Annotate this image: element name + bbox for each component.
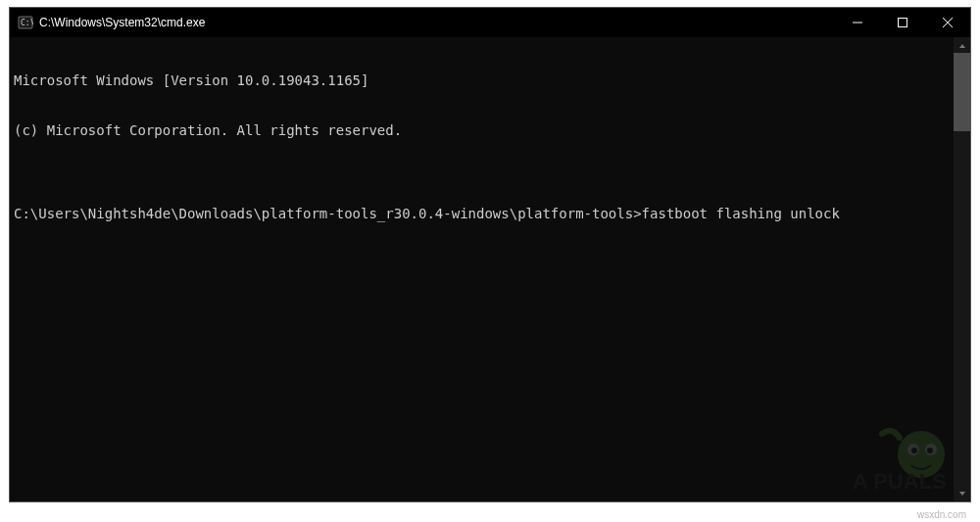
svg-rect-2 xyxy=(899,19,907,27)
source-note: wsxdn.com xyxy=(917,509,966,520)
minimize-button[interactable] xyxy=(835,8,880,37)
svg-text:C:\: C:\ xyxy=(21,19,33,27)
cmd-icon: C:\ xyxy=(18,15,33,30)
scroll-down-button[interactable] xyxy=(954,485,970,501)
terminal-output[interactable]: Microsoft Windows [Version 10.0.19043.11… xyxy=(10,37,970,501)
client-area: Microsoft Windows [Version 10.0.19043.11… xyxy=(10,37,970,501)
maximize-button[interactable] xyxy=(880,8,925,37)
vertical-scrollbar[interactable] xyxy=(954,37,970,501)
prompt-line: C:\Users\Nightsh4de\Downloads\platform-t… xyxy=(14,206,966,222)
titlebar[interactable]: C:\ C:\Windows\System32\cmd.exe xyxy=(10,8,970,37)
prompt: C:\Users\Nightsh4de\Downloads\platform-t… xyxy=(14,206,642,221)
command-text: fastboot flashing unlock xyxy=(642,206,840,221)
scroll-up-button[interactable] xyxy=(954,37,970,54)
scroll-thumb[interactable] xyxy=(954,53,970,131)
output-line: Microsoft Windows [Version 10.0.19043.11… xyxy=(14,72,966,89)
window-title: C:\Windows\System32\cmd.exe xyxy=(39,16,205,29)
cmd-window: C:\ C:\Windows\System32\cmd.exe Microsof… xyxy=(9,7,971,502)
close-button[interactable] xyxy=(925,8,970,37)
output-line: (c) Microsoft Corporation. All rights re… xyxy=(14,122,966,139)
